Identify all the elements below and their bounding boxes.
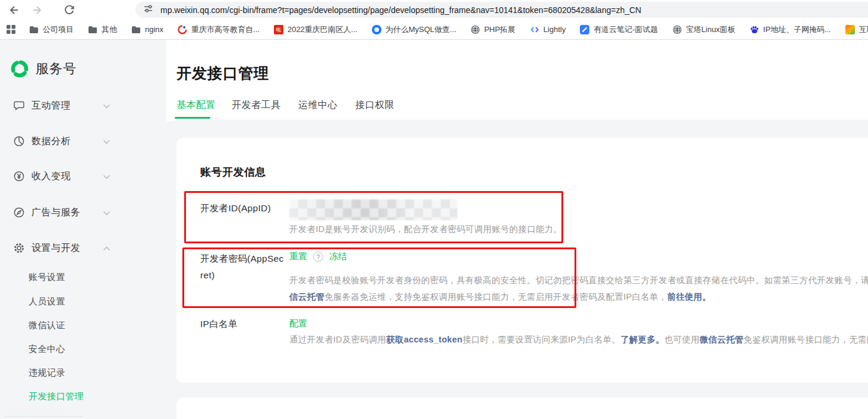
- site-settings-icon[interactable]: [143, 4, 153, 16]
- blue-pen-favicon-icon: [580, 25, 589, 34]
- bookmark-label: 公司项目: [43, 24, 74, 35]
- learn-more-link[interactable]: 了解更多。: [620, 335, 664, 344]
- bookmark-folder[interactable]: nginx: [131, 25, 163, 34]
- sidebar-item-interaction[interactable]: 互动管理: [13, 98, 156, 113]
- reset-link[interactable]: 重置: [289, 251, 307, 262]
- folder-icon: [29, 25, 39, 34]
- bookmark[interactable]: Lightly: [530, 25, 566, 34]
- wechat-mp-console: 服务号 互动管理 数据分析 收入变现 广告与服务 设置与开发 账号设置: [0, 40, 868, 419]
- section-title: 账号开发信息: [200, 165, 266, 179]
- bookmark[interactable]: 电 2022重庆巴南区人...: [274, 24, 358, 35]
- bookmark-label: 重庆市高等教育自...: [191, 24, 260, 35]
- red-swirl-favicon-icon: [178, 25, 187, 34]
- bookmark[interactable]: 有道云笔记-面试题: [580, 24, 658, 35]
- browser-toolbar: mp.weixin.qq.com/cgi-bin/frame?t=pages/d…: [0, 0, 868, 20]
- sidebar-item-label: 广告与服务: [31, 207, 81, 219]
- bookmark-label: 为什么MySQL做查...: [386, 24, 456, 35]
- chevron-up-icon: [103, 243, 111, 253]
- active-tab-underline: [175, 117, 210, 119]
- bookmark[interactable]: 为什么MySQL做查...: [372, 24, 456, 35]
- cloud-hosting-link[interactable]: 信云托管: [289, 292, 324, 301]
- sidebar-item-wechat-verification[interactable]: 微信认证: [29, 320, 65, 333]
- bookmark[interactable]: 互联网智查_重庆市...: [845, 24, 868, 35]
- account-dev-info-card: 账号开发信息 开发者ID(AppID) 开发者ID是账号开发识别码，配合开发者密…: [176, 138, 868, 383]
- pie-chart-icon: [13, 135, 25, 147]
- bookmark-folder[interactable]: 其他: [88, 24, 117, 35]
- sidebar-item-label: 设置与开发: [31, 242, 81, 255]
- bookmark[interactable]: IP地址、子网掩码...: [750, 24, 831, 35]
- appsecret-desc-line2: 信云托管免服务器免运维，支持免鉴权调用账号接口能力，无需启用开发者密码及配置IP…: [289, 288, 868, 305]
- sidebar-item-account-settings[interactable]: 账号设置: [29, 272, 65, 285]
- sidebar-item-monetization[interactable]: 收入变现: [13, 169, 156, 184]
- sidebar-item-violation-records[interactable]: 违规记录: [29, 367, 65, 380]
- chevron-down-icon: [103, 171, 111, 182]
- chat-icon: [13, 100, 25, 112]
- code-brackets-favicon-icon: [530, 25, 539, 34]
- sidebar-item-settings-dev[interactable]: 设置与开发: [13, 240, 156, 256]
- sidebar-item-analytics[interactable]: 数据分析: [13, 134, 156, 149]
- sidebar-item-label: 收入变现: [31, 170, 71, 183]
- compass-icon: [13, 207, 25, 218]
- bookmark[interactable]: 重庆市高等教育自...: [178, 24, 260, 35]
- bookmark-label: 互联网智查_重庆市...: [859, 24, 868, 35]
- page-title: 开发接口管理: [176, 64, 269, 83]
- tab-ops-center[interactable]: 运维中心: [298, 99, 337, 112]
- bookmark-label: 宝塔Linux面板: [686, 24, 736, 35]
- apps-grid-icon[interactable]: [6, 24, 16, 34]
- appsecret-label-line1: 开发者密码(AppSec: [200, 250, 294, 267]
- globe-favicon-icon: [673, 25, 682, 34]
- blue-ring-favicon-icon: [372, 25, 381, 34]
- sidebar-item-ads-services[interactable]: 广告与服务: [13, 205, 156, 220]
- account-type-label: 服务号: [36, 60, 77, 78]
- help-icon[interactable]: ?: [313, 252, 323, 262]
- sidebar-item-dev-interface-mgmt[interactable]: 开发接口管理: [29, 391, 84, 404]
- chevron-down-icon: [103, 100, 111, 111]
- bookmark[interactable]: 宝塔Linux面板: [673, 24, 736, 35]
- bookmark-label: 其他: [102, 24, 117, 35]
- tab-developer-tools[interactable]: 开发者工具: [232, 99, 281, 112]
- bookmark-label: PHP拓展: [484, 24, 516, 35]
- main-header: 开发接口管理 基本配置 开发者工具 运维中心 接口权限: [166, 40, 868, 121]
- tab-basic-config[interactable]: 基本配置: [176, 99, 216, 112]
- appid-description: 开发者ID是账号开发识别码，配合开发者密码可调用账号的接口能力。: [289, 224, 562, 235]
- chevron-down-icon: [103, 136, 111, 147]
- folder-icon: [88, 25, 97, 34]
- ip-whitelist-label: IP白名单: [200, 318, 238, 331]
- bookmark-label: 2022重庆巴南区人...: [288, 24, 358, 35]
- freeze-link[interactable]: 冻结: [329, 251, 347, 262]
- baidu-paw-favicon-icon: [750, 25, 759, 34]
- go-use-link[interactable]: 前往使用。: [667, 292, 711, 301]
- bookmark-label: nginx: [145, 25, 163, 34]
- sidebar: 服务号 互动管理 数据分析 收入变现 广告与服务 设置与开发 账号设置: [0, 40, 166, 419]
- chevron-down-icon: [103, 207, 111, 218]
- colorful-favicon-icon: [845, 25, 855, 34]
- folder-icon: [131, 25, 141, 34]
- appsecret-label: 开发者密码(AppSec ret): [200, 250, 294, 284]
- yen-circle-icon: [13, 170, 25, 182]
- tab-api-permissions[interactable]: 接口权限: [355, 99, 394, 112]
- bookmarks-bar: 公司项目 其他 nginx 重庆市高等教育自... 电 2022重庆巴南区人..…: [0, 20, 868, 40]
- bookmark-label: IP地址、子网掩码...: [763, 24, 831, 35]
- divider: [5, 416, 82, 417]
- url-text[interactable]: mp.weixin.qq.com/cgi-bin/frame?t=pages/d…: [160, 5, 641, 15]
- access-token-link[interactable]: 获取access_token: [386, 335, 462, 344]
- sidebar-item-security-center[interactable]: 安全中心: [29, 344, 65, 357]
- sidebar-item-staff-settings[interactable]: 人员设置: [29, 296, 65, 309]
- wechat-cloud-hosting-link[interactable]: 微信云托管: [700, 335, 744, 344]
- configure-link[interactable]: 配置: [289, 318, 307, 329]
- appsecret-description: 开发者密码是校验账号开发者身份的密码，具有极高的安全性。切记勿把密码直接交给第三…: [289, 272, 868, 305]
- back-icon[interactable]: [6, 2, 23, 18]
- ip-whitelist-description: 通过开发者ID及密码调用获取access_token接口时，需要设置访问来源IP…: [289, 334, 868, 345]
- reload-icon[interactable]: [61, 2, 77, 18]
- appsecret-label-line2: ret): [200, 267, 294, 284]
- red-badge-favicon-icon: 电: [274, 25, 283, 34]
- bookmark-folder[interactable]: 公司项目: [29, 24, 74, 35]
- bookmark-label: 有道云笔记-面试题: [594, 24, 658, 35]
- appsecret-desc-line1: 开发者密码是校验账号开发者身份的密码，具有极高的安全性。切记勿把密码直接交给第三…: [289, 272, 868, 288]
- forward-icon[interactable]: [29, 2, 45, 18]
- sidebar-item-label: 数据分析: [31, 135, 71, 148]
- appid-label: 开发者ID(AppID): [200, 202, 271, 215]
- bookmark[interactable]: PHP拓展: [471, 24, 516, 35]
- account-logo[interactable]: 服务号: [10, 59, 77, 78]
- url-bar[interactable]: mp.weixin.qq.com/cgi-bin/frame?t=pages/d…: [135, 2, 868, 18]
